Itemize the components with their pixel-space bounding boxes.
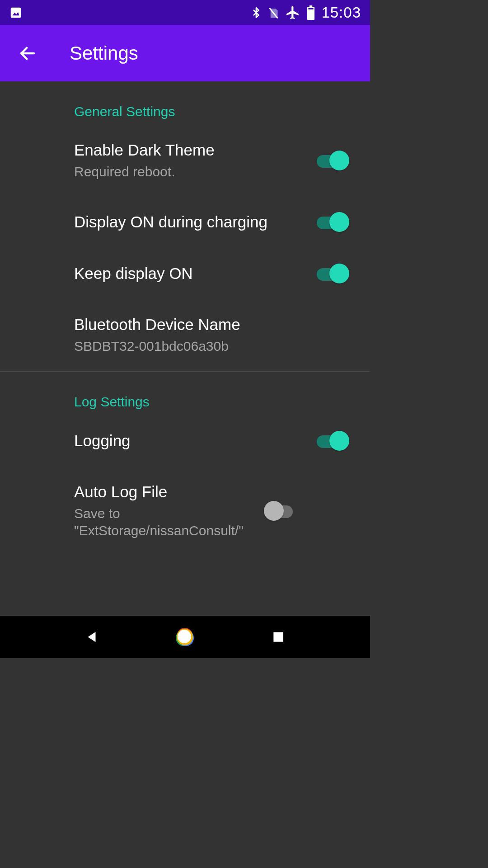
svg-rect-3 [310, 5, 312, 7]
row-text: Keep display ON [74, 264, 317, 283]
nav-recents-button[interactable] [260, 619, 296, 655]
page-title: Settings [70, 42, 138, 64]
row-logging[interactable]: Logging [0, 415, 370, 467]
toggle-thumb [329, 151, 349, 170]
app-bar: Settings [0, 25, 370, 81]
row-auto-log-file[interactable]: Auto Log File Save to "ExtStorage/nissan… [0, 467, 370, 556]
nav-back-button[interactable] [74, 619, 110, 655]
row-text: Enable Dark Theme Required reboot. [74, 141, 317, 180]
row-keep-display-on[interactable]: Keep display ON [0, 248, 370, 299]
row-bluetooth-device-name[interactable]: Bluetooth Device Name SBDBT32-001bdc06a3… [0, 299, 370, 371]
row-text: Logging [74, 431, 317, 450]
airplane-mode-icon [285, 5, 300, 20]
svg-rect-0 [11, 7, 21, 18]
row-title: Auto Log File [74, 482, 264, 501]
svg-marker-7 [88, 632, 96, 642]
toggle-thumb [329, 264, 349, 283]
toggle-thumb [329, 212, 349, 232]
bluetooth-icon [250, 5, 262, 20]
section-header-general: General Settings [0, 104, 370, 125]
row-title: Keep display ON [74, 264, 317, 283]
arrow-left-icon [18, 44, 37, 63]
row-title: Bluetooth Device Name [74, 315, 349, 334]
nav-home-button[interactable] [167, 619, 203, 655]
back-button[interactable] [18, 44, 37, 63]
battery-icon [306, 5, 316, 20]
settings-content: General Settings Enable Dark Theme Requi… [0, 81, 370, 616]
triangle-back-icon [84, 628, 99, 646]
row-text: Auto Log File Save to "ExtStorage/nissan… [74, 482, 264, 540]
row-display-on-charging[interactable]: Display ON during charging [0, 196, 370, 248]
row-title: Display ON during charging [74, 212, 317, 231]
row-text: Display ON during charging [74, 212, 317, 231]
no-sim-icon [267, 5, 280, 20]
section-header-log: Log Settings [0, 394, 370, 415]
row-text: Bluetooth Device Name SBDBT32-001bdc06a3… [74, 315, 349, 355]
screenshot-icon [9, 6, 23, 19]
android-nav-bar [0, 616, 370, 658]
square-recents-icon [271, 630, 286, 644]
row-enable-dark-theme[interactable]: Enable Dark Theme Required reboot. [0, 125, 370, 196]
status-right-group: 15:03 [250, 4, 361, 21]
section-general-settings: General Settings Enable Dark Theme Requi… [0, 81, 370, 371]
toggle-auto-log-file[interactable] [264, 501, 296, 521]
row-subtitle: SBDBT32-001bdc06a30b [74, 338, 349, 355]
row-title: Logging [74, 431, 317, 450]
toggle-thumb [264, 501, 284, 521]
row-title: Enable Dark Theme [74, 141, 317, 160]
toggle-dark-theme[interactable] [317, 151, 349, 170]
toggle-keep-display-on[interactable] [317, 264, 349, 283]
status-clock: 15:03 [321, 4, 361, 21]
toggle-display-on-charging[interactable] [317, 212, 349, 232]
toggle-thumb [329, 431, 349, 451]
row-subtitle: Save to "ExtStorage/nissanConsult/" [74, 505, 264, 540]
home-icon [176, 628, 194, 646]
section-log-settings: Log Settings Logging Auto Log File Save … [0, 372, 370, 556]
svg-rect-8 [273, 632, 283, 642]
svg-rect-5 [309, 8, 314, 9]
android-status-bar: 15:03 [0, 0, 370, 25]
status-left-group [9, 6, 23, 19]
row-subtitle: Required reboot. [74, 163, 317, 180]
toggle-logging[interactable] [317, 431, 349, 451]
